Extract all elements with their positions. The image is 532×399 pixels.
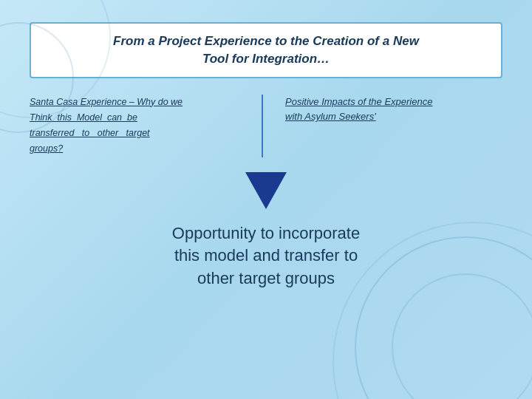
title-text-line1: From a Project Experience to the Creatio… [113, 34, 419, 48]
slide: From a Project Experience to the Creatio… [0, 0, 532, 399]
bottom-line2: this model and transfer to [174, 246, 358, 265]
left-column: Santa Casa Experience – Why do we Think … [30, 95, 263, 157]
right-column: Positive Impacts of the Experience with … [263, 95, 502, 126]
title-box: From a Project Experience to the Creatio… [30, 22, 502, 78]
right-column-text: Positive Impacts of the Experience with … [285, 95, 502, 126]
left-column-text: Santa Casa Experience – Why do we Think … [30, 95, 247, 157]
bottom-text: Opportunity to incorporate this model an… [30, 222, 502, 290]
title-text-line2: Tool for Integration… [202, 52, 330, 66]
arrow-container [30, 172, 502, 209]
title-line1: From a Project Experience to the Creatio… [46, 33, 486, 68]
down-arrow-icon [245, 172, 287, 209]
globe-deco-2 [392, 273, 532, 399]
two-column-section: Santa Casa Experience – Why do we Think … [30, 95, 502, 157]
bottom-line3: other target groups [197, 269, 335, 287]
right-line1: Positive Impacts of the Experience [285, 96, 432, 107]
bottom-line1: Opportunity to incorporate [172, 224, 360, 242]
right-line2: with Asylum Seekers' [285, 111, 376, 122]
